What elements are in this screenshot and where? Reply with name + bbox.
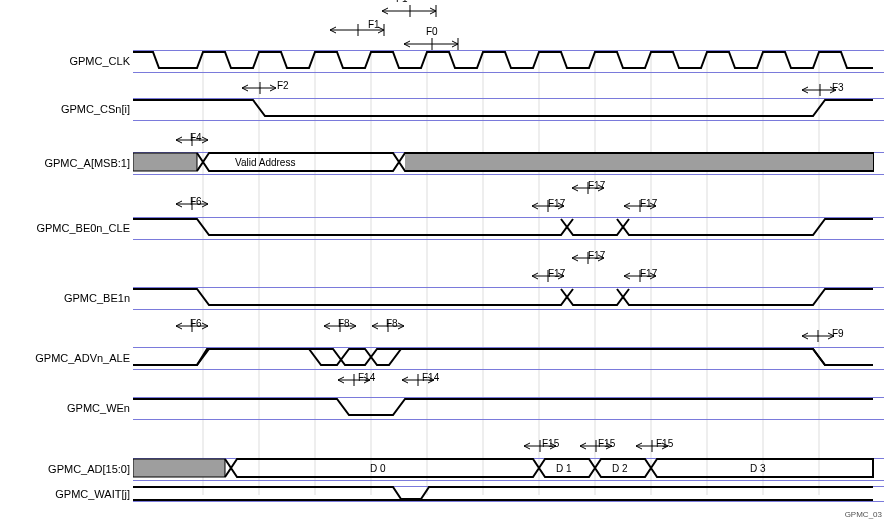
arr-f4 — [172, 134, 212, 148]
txt-d3: D 3 — [750, 463, 766, 474]
arr-f14 — [334, 374, 374, 388]
arr-f3 — [800, 84, 840, 98]
row-a: GPMC_A[MSB:1] Valid Address — [0, 150, 886, 176]
arr-f15 — [520, 440, 560, 454]
label-be0: GPMC_BE0n_CLE — [0, 222, 130, 234]
row-be0: GPMC_BE0n_CLE — [0, 215, 886, 241]
annot-f1 — [380, 5, 450, 19]
txt-f1b: F1 — [368, 19, 380, 30]
label-wen: GPMC_WEn — [0, 402, 130, 414]
label-advn: GPMC_ADVn_ALE — [0, 352, 130, 364]
row-be1: GPMC_BE1n — [0, 285, 886, 311]
label-ad: GPMC_AD[15:0] — [0, 463, 130, 475]
arr-f17b3 — [620, 270, 660, 284]
label-wait: GPMC_WAIT[j] — [0, 488, 130, 500]
footnote: GPMC_03 — [845, 510, 882, 519]
wave-clk — [133, 48, 886, 74]
arr-f6b — [172, 320, 212, 334]
arr-f8b — [368, 320, 408, 334]
txt-f1: F1 — [396, 0, 408, 4]
annot-f1b — [328, 24, 398, 38]
label-clk: GPMC_CLK — [0, 55, 130, 67]
arr-f6 — [172, 198, 212, 212]
row-ad: GPMC_AD[15:0] D 0 D 1 D 2 D 3 — [0, 456, 886, 482]
row-wen: GPMC_WEn — [0, 395, 886, 421]
svg-rect-12 — [133, 153, 197, 171]
svg-rect-13 — [405, 154, 873, 170]
txt-d2: D 2 — [612, 463, 628, 474]
vertical-guides — [133, 0, 886, 505]
label-a: GPMC_A[MSB:1] — [0, 157, 130, 169]
arr-f14b — [398, 374, 438, 388]
row-advn: GPMC_ADVn_ALE — [0, 345, 886, 371]
wave-csn — [133, 96, 886, 122]
row-csn: GPMC_CSn[i] — [0, 96, 886, 122]
arr-f15c — [632, 440, 672, 454]
wave-wait — [133, 485, 886, 503]
arr-f9 — [798, 330, 838, 344]
label-csn: GPMC_CSn[i] — [0, 103, 130, 115]
timing-diagram: GPMC_CLK F1 F1 F0 GPMC_CSn[i] F2 F3 GPMC… — [0, 0, 886, 521]
txt-valid-address: Valid Address — [235, 157, 295, 168]
txt-d1: D 1 — [556, 463, 572, 474]
arr-f17a2 — [568, 182, 608, 196]
wave-advn2 — [133, 345, 886, 371]
arr-f8 — [320, 320, 360, 334]
wave-wen — [133, 395, 886, 421]
arr-f2 — [240, 82, 280, 96]
annot-f0 — [402, 38, 472, 52]
wave-ad — [133, 456, 886, 482]
arr-f17b2 — [568, 252, 608, 266]
arr-f17a1 — [528, 200, 568, 214]
wave-be1 — [133, 285, 886, 311]
txt-d0: D 0 — [370, 463, 386, 474]
arr-f17a3 — [620, 200, 660, 214]
arr-f17b1 — [528, 270, 568, 284]
txt-f0: F0 — [426, 26, 438, 37]
svg-rect-14 — [133, 459, 225, 477]
label-be1: GPMC_BE1n — [0, 292, 130, 304]
row-wait: GPMC_WAIT[j] — [0, 485, 886, 503]
wave-be0 — [133, 215, 886, 241]
arr-f15b — [576, 440, 616, 454]
